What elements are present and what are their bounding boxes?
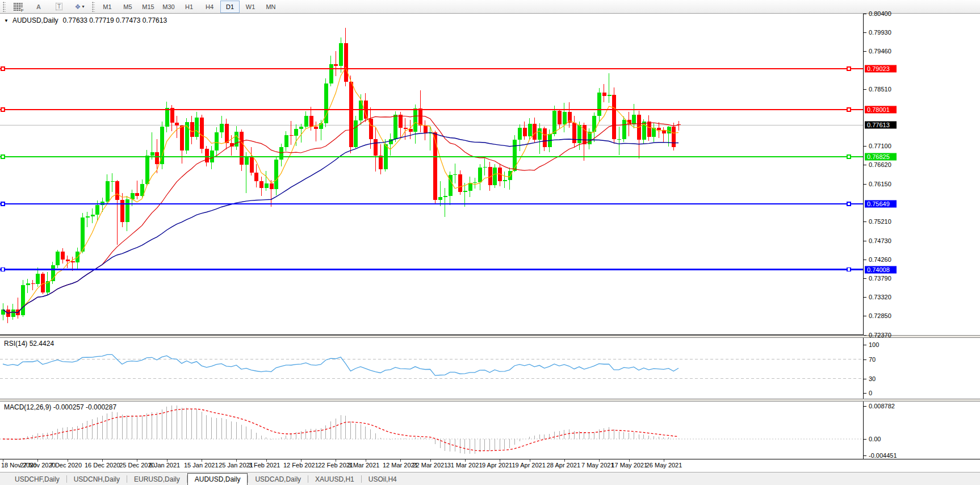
date-axis[interactable]: 18 Nov 202027 Nov 20207 Dec 202016 Dec 2…: [0, 459, 980, 472]
chart-symbol-label: AUDUSD,Daily: [12, 16, 58, 24]
toolbar-grip-2[interactable]: [92, 2, 95, 12]
price-axis[interactable]: 0.804000.799300.794600.785100.771000.766…: [863, 14, 980, 335]
main-chart-panel[interactable]: 0.804000.799300.794600.785100.771000.766…: [0, 14, 980, 335]
tab-audusd-daily[interactable]: AUDUSD,Daily: [187, 473, 248, 485]
date-label-16: 9 Apr 2021: [482, 462, 512, 469]
candle: [240, 129, 244, 171]
macd-panel[interactable]: 0.0087820.00-0.004451 MACD(12,26,9) -0.0…: [0, 402, 980, 459]
price-level-label-0.79023: 0.79023: [865, 65, 897, 73]
objects-button[interactable]: ❖ ▾: [70, 1, 89, 13]
macd-tick-0.00: 0.00: [869, 436, 881, 442]
macd-tick--0.004451: -0.004451: [869, 452, 897, 459]
price-level-label-0.76825: 0.76825: [865, 153, 897, 160]
price-tick-0.75210: 0.75210: [869, 218, 891, 225]
timeframe-button-group: M1M5M15M30H1H4D1W1MN: [98, 1, 280, 13]
chart-grid-button[interactable]: F: [9, 1, 28, 13]
price-level-label-0.74008: 0.74008: [865, 266, 897, 273]
chart-tab-bar: USDCHF,DailyUSDCNH,DailyEURUSD,DailyAUDU…: [0, 472, 980, 485]
text-box-icon: T: [56, 3, 62, 10]
candlestick-chart[interactable]: [0, 14, 863, 335]
chart-title: ▼ AUDUSD,Daily 0.77633 0.77719 0.77473 0…: [4, 16, 167, 24]
rsi-tick-100: 100: [869, 341, 879, 348]
date-label-19: 7 May 2021: [581, 462, 614, 469]
tab-usdcnh-daily[interactable]: USDCNH,Daily: [67, 473, 127, 485]
timeframe-button-d1[interactable]: D1: [220, 1, 240, 13]
collapse-arrow-icon[interactable]: ▼: [4, 18, 9, 23]
candle: [612, 87, 616, 144]
price-tick-0.76620: 0.76620: [869, 161, 891, 168]
candle: [513, 135, 517, 172]
price-tick-0.76150: 0.76150: [869, 181, 891, 187]
timeframe-button-m30[interactable]: M30: [159, 1, 178, 13]
tab-eurusd-daily[interactable]: EURUSD,Daily: [127, 473, 187, 485]
rsi-tick-70: 70: [869, 356, 876, 363]
timeframe-button-h1[interactable]: H1: [179, 1, 199, 13]
chevron-down-icon: ▾: [82, 4, 84, 9]
date-label-6: 6 Jan 2021: [149, 462, 180, 469]
tab-xauusd-h1[interactable]: XAUUSD,H1: [308, 473, 361, 485]
price-tick-0.73790: 0.73790: [869, 275, 891, 282]
date-label-20: 17 May 2021: [612, 462, 648, 469]
timeframe-button-w1[interactable]: W1: [241, 1, 260, 13]
macd-tick-0.008782: 0.008782: [869, 403, 895, 409]
price-tick-0.79460: 0.79460: [869, 48, 891, 55]
tab-usdcad-daily[interactable]: USDCAD,Daily: [248, 473, 308, 485]
macd-chart: [0, 402, 863, 459]
rsi-line: [3, 354, 679, 375]
price-tick-0.74260: 0.74260: [869, 256, 891, 263]
timeframe-button-m1[interactable]: M1: [98, 1, 117, 13]
date-label-3: 7 Dec 2020: [50, 462, 82, 469]
price-tick-0.73320: 0.73320: [869, 294, 891, 300]
font-button[interactable]: A: [29, 1, 48, 13]
price-tick-0.72850: 0.72850: [869, 312, 891, 319]
date-label-12: 3 Mar 2021: [348, 462, 380, 469]
rsi-axis[interactable]: 10070300: [863, 338, 980, 399]
date-label-7: 15 Jan 2021: [184, 462, 219, 469]
date-label-4: 16 Dec 2020: [85, 462, 120, 469]
objects-icon: ❖: [75, 3, 81, 11]
candle: [672, 123, 676, 150]
text-label-button[interactable]: T: [49, 1, 69, 13]
toolbar: F A T ❖ ▾ M1M5M15M30H1H4D1W1MN: [0, 0, 980, 14]
candle: [622, 116, 626, 142]
rsi-tick-30: 30: [869, 375, 876, 382]
font-a-icon: A: [36, 3, 41, 10]
rsi-chart: [0, 338, 863, 399]
price-tick-0.80400: 0.80400: [869, 10, 891, 17]
price-tick-0.77100: 0.77100: [869, 143, 891, 149]
candle: [160, 122, 164, 169]
price-tick-0.74730: 0.74730: [869, 237, 891, 244]
timeframe-button-h4[interactable]: H4: [200, 1, 219, 13]
macd-label: MACD(12,26,9) -0.000257 -0.000287: [4, 403, 116, 411]
rsi-panel[interactable]: 10070300 RSI(14) 52.4424: [0, 338, 980, 399]
date-label-15: 31 Mar 2021: [447, 462, 483, 469]
trading-terminal-window: F A T ❖ ▾ M1M5M15M30H1H4D1W1MN 0.804000.…: [0, 0, 980, 485]
timeframe-button-m5[interactable]: M5: [118, 1, 137, 13]
candle: [354, 116, 358, 148]
price-level-label-0.77613: 0.77613: [865, 122, 897, 129]
date-label-17: 19 Apr 2021: [512, 462, 546, 469]
date-label-21: 26 May 2021: [646, 462, 682, 469]
date-label-10: 12 Feb 2021: [283, 462, 319, 469]
tab-usoil-h4[interactable]: USOil,H4: [362, 473, 404, 485]
rsi-label: RSI(14) 52.4424: [4, 340, 54, 348]
rsi-tick-0: 0: [869, 390, 872, 396]
timeframe-button-mn[interactable]: MN: [261, 1, 280, 13]
macd-axis[interactable]: 0.0087820.00-0.004451: [863, 402, 980, 459]
chart-ohlc-values: 0.77633 0.77719 0.77473 0.77613: [63, 16, 167, 24]
candle: [51, 262, 55, 284]
date-label-14: 22 Mar 2021: [413, 462, 448, 469]
candle: [185, 118, 189, 154]
timeframe-button-m15[interactable]: M15: [139, 1, 158, 13]
toolbar-grip[interactable]: [3, 2, 6, 12]
price-tick-0.78510: 0.78510: [869, 86, 891, 93]
candle: [21, 280, 25, 317]
date-label-18: 28 Apr 2021: [547, 462, 580, 469]
date-label-9: 3 Feb 2021: [249, 462, 280, 469]
chart-grid-f-icon: F: [14, 3, 23, 11]
tab-usdchf-daily[interactable]: USDCHF,Daily: [8, 473, 66, 485]
price-tick-0.79930: 0.79930: [869, 29, 891, 36]
date-label-8: 25 Jan 2021: [219, 462, 253, 469]
candle: [41, 272, 45, 294]
price-level-label-0.78001: 0.78001: [865, 106, 897, 114]
